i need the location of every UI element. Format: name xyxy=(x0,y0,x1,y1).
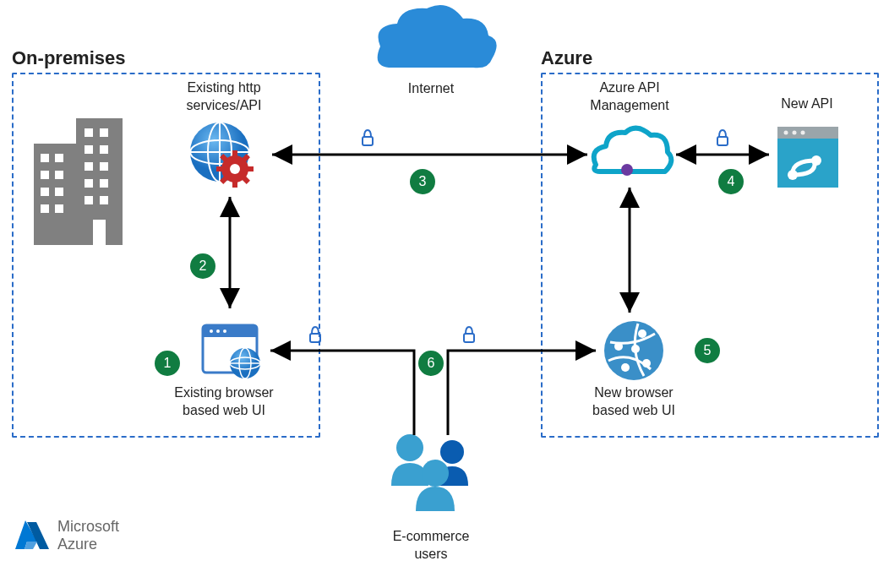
badge-3: 3 xyxy=(410,169,435,194)
internet-icon xyxy=(378,5,497,68)
existing-api-label: Existing http services/API xyxy=(169,79,279,115)
new-ui-label: New browser based web UI xyxy=(575,384,693,420)
badge-1: 1 xyxy=(155,351,180,376)
azure-logo: Microsoft Azure xyxy=(12,515,119,556)
onprem-title: On-premises xyxy=(12,47,126,69)
existing-ui-label: Existing browser based web UI xyxy=(161,384,287,420)
svg-point-61 xyxy=(440,440,464,464)
svg-rect-66 xyxy=(464,334,474,342)
new-api-label: New API xyxy=(765,95,849,113)
svg-rect-63 xyxy=(363,137,373,145)
azure-title: Azure xyxy=(541,47,592,69)
badge-4: 4 xyxy=(718,169,744,194)
users-label: E-commerce users xyxy=(385,528,477,564)
badge-6: 6 xyxy=(418,351,444,376)
badge-5: 5 xyxy=(695,338,720,363)
azure-box xyxy=(541,73,879,438)
onprem-box xyxy=(12,73,320,438)
lock-icon xyxy=(464,327,474,342)
lock-icon xyxy=(363,130,373,145)
badge-2: 2 xyxy=(190,253,215,279)
apim-label: Azure API Management xyxy=(575,79,684,115)
svg-point-60 xyxy=(396,434,423,461)
internet-label: Internet xyxy=(380,80,482,98)
users-icon xyxy=(391,434,468,511)
svg-point-62 xyxy=(422,460,449,487)
